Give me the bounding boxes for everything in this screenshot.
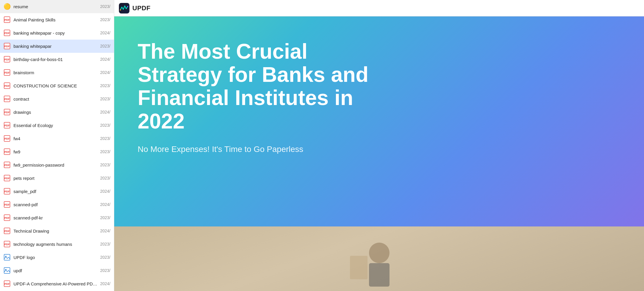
file-item-fw4[interactable]: PDFfw42023/ (0, 132, 114, 145)
image-file-icon (4, 267, 11, 274)
file-item-pets-report[interactable]: PDFpets report2023/ (0, 172, 114, 185)
file-item-banking-whitepapar[interactable]: PDFbanking whitepapar2023/ (0, 40, 114, 53)
pdf-file-icon: PDF (4, 122, 11, 129)
app-toolbar: UPDF (114, 0, 644, 16)
pdf-file-icon: PDF (4, 161, 11, 168)
pdf-file-icon: PDF (4, 280, 11, 287)
file-item-birthday-card[interactable]: PDFbirthday-card-for-boss-012024/ (0, 53, 114, 66)
svg-point-45 (127, 6, 128, 7)
svg-text:PDF: PDF (4, 71, 10, 74)
file-date-label: 2023/ (100, 176, 110, 180)
pdf-file-icon: PDF (4, 95, 11, 102)
file-item-scanned-pdf[interactable]: PDFscanned-pdf2024/ (0, 198, 114, 211)
svg-rect-48 (350, 256, 368, 279)
svg-rect-47 (369, 263, 390, 287)
file-item-sample-pdf[interactable]: PDFsample_pdf2024/ (0, 185, 114, 198)
pdf-preview: The Most Crucial Strategy for Banks and … (114, 16, 644, 291)
svg-text:PDF: PDF (4, 216, 10, 219)
file-name-label: banking whitepapar - copy (13, 31, 98, 35)
main-content: UPDF The Most Crucial Strategy for Banks… (114, 0, 644, 291)
file-date-label: 2023/ (100, 97, 110, 101)
file-name-label: fw4 (13, 136, 98, 141)
pdf-file-icon: PDF (4, 241, 11, 248)
file-item-updf-logo[interactable]: UPDF logo2023/ (0, 251, 114, 264)
file-name-label: UPDF logo (13, 255, 98, 260)
file-name-label: brainstorm (13, 70, 98, 75)
pdf-file-icon: PDF (4, 135, 11, 142)
svg-text:PDF: PDF (4, 190, 10, 193)
file-item-resume[interactable]: 🟡resume2023/ (0, 0, 114, 13)
svg-text:PDF: PDF (4, 150, 10, 153)
svg-text:PDF: PDF (4, 18, 10, 21)
file-date-label: 2023/ (100, 123, 110, 128)
preview-image (114, 226, 644, 291)
file-date-label: 2024/ (100, 229, 110, 233)
file-date-label: 2023/ (100, 149, 110, 154)
file-item-updf-ai-1[interactable]: PDFUPDF-A Comprehensive AI-Powered PDF E… (0, 277, 114, 290)
pdf-file-icon: PDF (4, 16, 11, 23)
file-list-sidebar: 🟡resume2023/PDFAnimal Painting Skills202… (0, 0, 114, 291)
file-name-label: fw9_permission-password (13, 163, 98, 168)
svg-text:PDF: PDF (4, 203, 10, 206)
svg-text:PDF: PDF (4, 98, 10, 101)
file-date-label: 2024/ (100, 70, 110, 75)
file-name-label: scanned-pdf (13, 202, 98, 207)
file-name-label: scanned-pdf-kr (13, 215, 98, 220)
svg-text:PDF: PDF (4, 84, 10, 87)
file-item-fw9-permission[interactable]: PDFfw9_permission-password2023/ (0, 158, 114, 172)
svg-text:PDF: PDF (4, 45, 10, 48)
file-item-technical-drawing[interactable]: PDFTechnical Drawing2024/ (0, 224, 114, 238)
pdf-file-icon: PDF (4, 29, 11, 36)
file-name-label: Technical Drawing (13, 229, 98, 234)
file-date-label: 2024/ (100, 281, 110, 286)
file-name-label: resume (13, 4, 98, 9)
svg-text:PDF: PDF (4, 177, 10, 180)
file-date-label: 2024/ (100, 110, 110, 114)
file-item-brainstorm[interactable]: PDFbrainstorm2024/ (0, 66, 114, 79)
file-name-label: CONSTRUCTION OF SCIENCE (13, 83, 98, 88)
app-name-label: UPDF (132, 4, 151, 12)
file-item-technology-augments[interactable]: PDFtechnology augments humans2023/ (0, 238, 114, 251)
file-name-label: contract (13, 97, 98, 101)
pdf-file-icon: PDF (4, 227, 11, 234)
folder-icon: 🟡 (4, 3, 11, 10)
file-name-label: updf (13, 268, 98, 273)
file-date-label: 2024/ (100, 189, 110, 194)
svg-text:PDF: PDF (4, 230, 10, 233)
svg-text:PDF: PDF (4, 137, 10, 140)
file-date-label: 2023/ (100, 242, 110, 246)
file-item-contract[interactable]: PDFcontract2023/ (0, 92, 114, 106)
pdf-file-icon: PDF (4, 175, 11, 182)
file-name-label: UPDF-A Comprehensive AI-Powered PDF E... (13, 281, 98, 286)
file-name-label: pets report (13, 176, 98, 181)
preview-main-title: The Most Crucial Strategy for Banks and … (138, 40, 378, 133)
svg-rect-36 (4, 254, 10, 260)
file-name-label: banking whitepapar (13, 44, 98, 49)
file-item-banking-copy[interactable]: PDFbanking whitepapar - copy2024/ (0, 26, 114, 40)
pdf-file-icon: PDF (4, 148, 11, 155)
preview-image-placeholder (114, 226, 644, 291)
preview-subtitle: No More Expenses! It's Time to Go Paperl… (138, 145, 343, 154)
file-item-construction[interactable]: PDFCONSTRUCTION OF SCIENCE2023/ (0, 79, 114, 92)
file-item-animal-painting[interactable]: PDFAnimal Painting Skills2023/ (0, 13, 114, 26)
file-date-label: 2023/ (100, 255, 110, 260)
svg-text:PDF: PDF (4, 282, 10, 285)
file-item-essential-ecology[interactable]: PDFEssential of Ecology2023/ (0, 119, 114, 132)
file-date-label: 2023/ (100, 268, 110, 273)
file-date-label: 2023/ (100, 163, 110, 167)
pdf-file-icon: PDF (4, 188, 11, 195)
file-item-scanned-pdf-kr[interactable]: PDFscanned-pdf-kr2023/ (0, 211, 114, 224)
file-date-label: 2023/ (100, 215, 110, 220)
preview-content: The Most Crucial Strategy for Banks and … (114, 16, 644, 226)
file-name-label: drawings (13, 110, 98, 115)
file-item-drawings[interactable]: PDFdrawings2024/ (0, 106, 114, 119)
file-date-label: 2023/ (100, 44, 110, 48)
svg-text:PDF: PDF (4, 111, 10, 114)
file-date-label: 2023/ (100, 83, 110, 88)
file-item-updf[interactable]: updf2023/ (0, 264, 114, 277)
svg-text:PDF: PDF (4, 32, 10, 35)
file-date-label: 2024/ (100, 57, 110, 62)
pdf-file-icon: PDF (4, 82, 11, 89)
file-item-fw9[interactable]: PDFfw92023/ (0, 145, 114, 158)
file-date-label: 2024/ (100, 202, 110, 207)
